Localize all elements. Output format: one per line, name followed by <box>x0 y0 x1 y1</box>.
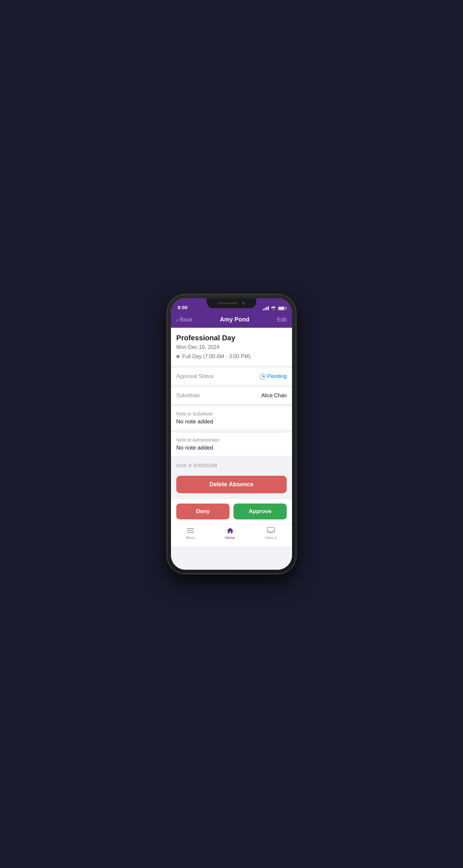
note-admin-section: Note to Administrator No note added <box>171 433 292 456</box>
tab-home-label: Home <box>225 536 235 539</box>
substitute-section: Substitute Alice Chan <box>171 387 292 404</box>
camera <box>242 302 245 305</box>
substitute-label: Substitute <box>176 393 200 399</box>
phone-frame: 8:00 <box>167 294 296 574</box>
content-area: Professional Day Mon Dec 16, 2024 Full D… <box>171 328 292 570</box>
inbox-icon <box>267 527 275 534</box>
approval-section: Approval Status Pending <box>171 368 292 385</box>
delete-section: Delete Absence <box>171 473 292 499</box>
wifi-icon <box>271 306 276 311</box>
conf-number: Conf. #: 678325339 <box>176 463 217 468</box>
clock-icon <box>260 373 266 379</box>
event-title: Professional Day <box>176 334 287 342</box>
signal-icon <box>263 306 269 310</box>
approve-button[interactable]: Approve <box>233 503 287 519</box>
substitute-row: Substitute Alice Chan <box>171 387 292 404</box>
tab-home[interactable]: Home <box>225 527 235 539</box>
nav-title: Amy Pond <box>220 316 250 323</box>
conf-section: Conf. #: 678325339 <box>171 459 292 472</box>
substitute-value: Alice Chan <box>261 393 287 399</box>
time-dot-icon <box>176 355 179 358</box>
back-label: Back <box>180 316 193 323</box>
tab-menu[interactable]: Menu <box>186 527 195 539</box>
note-substitute-label: Note to Substitute <box>176 411 287 416</box>
approval-status-label: Approval Status <box>176 373 213 379</box>
event-info-card: Professional Day Mon Dec 16, 2024 Full D… <box>171 328 292 366</box>
status-icons <box>263 306 286 311</box>
note-admin-label: Note to Administrator <box>176 437 287 443</box>
tab-menu-label: Menu <box>186 536 195 539</box>
battery-icon <box>278 307 286 310</box>
back-button[interactable]: ‹ Back <box>176 316 192 323</box>
tab-inbox[interactable]: Inbox 1 <box>265 527 277 539</box>
note-substitute-section: Note to Substitute No note added <box>171 406 292 430</box>
event-date: Mon Dec 16, 2024 <box>176 344 287 350</box>
status-time: 8:00 <box>177 305 188 311</box>
nav-header: ‹ Back Amy Pond Edit <box>171 313 292 328</box>
chevron-left-icon: ‹ <box>176 316 178 323</box>
phone-screen: 8:00 <box>171 298 292 570</box>
approval-status-row: Approval Status Pending <box>171 368 292 385</box>
speaker <box>218 303 238 304</box>
edit-button[interactable]: Edit <box>277 316 287 323</box>
deny-button[interactable]: Deny <box>176 503 230 519</box>
tab-bar: Menu Home <box>171 524 292 546</box>
tab-inbox-label: Inbox 1 <box>265 536 277 539</box>
approval-status-value: Pending <box>260 373 287 379</box>
event-time: Full Day (7:00 AM - 3:00 PM) <box>182 353 250 360</box>
menu-icon <box>186 527 195 534</box>
notch <box>207 298 256 308</box>
delete-absence-button[interactable]: Delete Absence <box>176 476 287 493</box>
event-time-row: Full Day (7:00 AM - 3:00 PM) <box>176 353 287 360</box>
pending-text: Pending <box>267 373 287 379</box>
note-admin-value: No note added <box>176 444 287 451</box>
home-icon <box>226 527 234 534</box>
action-row: Deny Approve <box>171 499 292 524</box>
note-substitute-value: No note added <box>176 418 287 425</box>
